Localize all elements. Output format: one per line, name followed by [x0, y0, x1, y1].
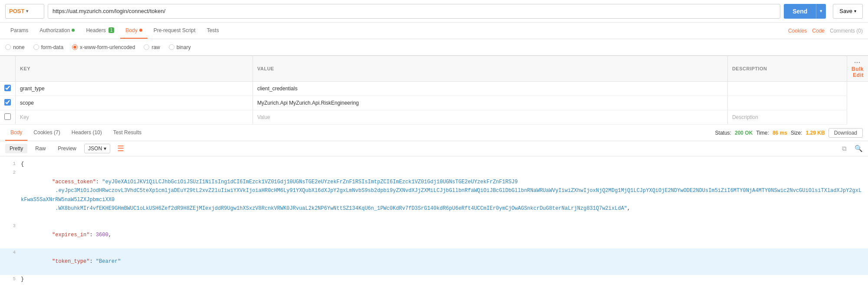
row1-checkbox[interactable] [4, 85, 11, 91]
row3-key-placeholder[interactable]: Key [16, 110, 253, 125]
row1-key[interactable]: grant_type [16, 82, 253, 96]
radio-x-www [72, 44, 78, 50]
format-label: JSON [88, 146, 102, 152]
row3-checkbox[interactable] [4, 113, 11, 120]
resp-tab-test-results[interactable]: Test Results [108, 125, 147, 141]
send-button[interactable]: Send [784, 4, 816, 19]
code-toolbar: Pretty Raw Preview JSON ▾ ☰ ⧉ 🔍 [0, 141, 868, 156]
method-select[interactable]: POST ▾ [5, 4, 44, 19]
tab-headers[interactable]: Headers 1 [81, 23, 119, 39]
dots-icon[interactable]: ··· [854, 59, 861, 66]
copy-icon[interactable]: ⧉ [842, 145, 847, 152]
tab-tests[interactable]: Tests [201, 23, 224, 39]
option-form-data[interactable]: form-data [33, 44, 63, 50]
line-num-4: 4 [3, 248, 16, 275]
response-tabs-left: Body Cookies (7) Headers (10) Test Resul… [5, 125, 147, 141]
resp-tab-headers[interactable]: Headers (10) [66, 125, 107, 141]
tab-body-label: Body [125, 27, 137, 33]
row2-key[interactable]: scope [16, 96, 253, 110]
line-num-1: 1 [3, 160, 16, 169]
option-raw[interactable]: raw [144, 44, 160, 50]
option-binary[interactable]: binary [169, 44, 191, 50]
row2-checkbox[interactable] [4, 99, 11, 106]
option-binary-label: binary [177, 44, 191, 50]
method-label: POST [9, 8, 24, 14]
url-input[interactable] [48, 4, 780, 19]
option-none[interactable]: none [5, 44, 25, 50]
save-button[interactable]: Save ▾ [833, 4, 863, 19]
row2-description[interactable] [727, 96, 847, 110]
option-form-data-label: form-data [41, 44, 63, 50]
code-tab-raw[interactable]: Raw [31, 144, 50, 153]
resp-tab-cookies-label: Cookies (7) [33, 129, 60, 136]
wrap-icon[interactable]: ☰ [117, 144, 124, 153]
body-options: none form-data x-www-form-urlencoded raw… [0, 39, 868, 56]
tab-authorization-label: Authorization [39, 27, 70, 33]
search-icon[interactable]: 🔍 [855, 145, 863, 152]
body-dot [139, 29, 142, 32]
size-label: Size: [791, 130, 802, 136]
save-chevron: ▾ [854, 9, 856, 13]
comments-link[interactable]: Comments (0) [830, 28, 863, 34]
send-btn-group: Send ▾ [784, 4, 826, 19]
cookies-link[interactable]: Cookies [788, 28, 807, 34]
json-line-3: 3 "expires_in": 3600, [0, 222, 868, 248]
tab-params[interactable]: Params [5, 23, 33, 39]
table-row: grant_type client_credentials [0, 82, 868, 96]
code-tab-preview[interactable]: Preview [53, 144, 81, 153]
tab-headers-label: Headers [86, 27, 105, 33]
row2-value[interactable]: MyZurich.Api MyZurich.Api.RiskEngineerin… [253, 96, 727, 110]
json-line-4: 4 "token_type": "Bearer" [0, 248, 868, 275]
response-meta: Status: 200 OK Time: 86 ms Size: 1.29 KB… [715, 128, 863, 138]
size-value: 1.29 KB [806, 130, 825, 136]
tab-body[interactable]: Body [120, 23, 147, 39]
code-link[interactable]: Code [812, 28, 825, 34]
tab-prerequest[interactable]: Pre-request Script [148, 23, 201, 39]
request-tabs-left: Params Authorization Headers 1 Body Pre-… [5, 23, 224, 39]
resp-tab-body[interactable]: Body [5, 125, 27, 141]
col-value: VALUE [253, 56, 727, 82]
send-dropdown-button[interactable]: ▾ [816, 4, 826, 19]
download-button[interactable]: Download [829, 128, 863, 138]
radio-none [5, 44, 11, 50]
json-line-1: 1 { [0, 160, 868, 169]
line-num-3: 3 [3, 222, 16, 248]
save-label: Save [839, 8, 852, 14]
row3-description-placeholder[interactable]: Description [727, 110, 847, 125]
resp-tab-cookies[interactable]: Cookies (7) [28, 125, 65, 141]
option-x-www[interactable]: x-www-form-urlencoded [72, 44, 135, 50]
option-raw-label: raw [151, 44, 160, 50]
bulk-edit-button[interactable]: Bulk Edit [852, 66, 864, 78]
radio-form-data [33, 44, 39, 50]
json-viewer: 1 { 2 "access_token": "eyJ0eXAiOiJKV1QiL… [0, 156, 868, 287]
time-label: Time: [756, 130, 769, 136]
json-line-5: 5 } [0, 275, 868, 284]
table-row: scope MyZurich.Api MyZurich.Api.RiskEngi… [0, 96, 868, 110]
option-x-www-label: x-www-form-urlencoded [80, 44, 135, 50]
code-tab-pretty[interactable]: Pretty [5, 144, 27, 153]
time-value: 86 ms [773, 130, 787, 136]
kv-table: KEY VALUE DESCRIPTION ··· Bulk Edit gran… [0, 56, 868, 125]
tab-params-label: Params [10, 27, 28, 33]
format-select[interactable]: JSON ▾ [84, 144, 110, 153]
line-content-4: "token_type": "Bearer" [21, 248, 865, 275]
line-content-3: "expires_in": 3600, [21, 222, 865, 248]
col-description: DESCRIPTION [727, 56, 847, 82]
resp-tab-test-results-label: Test Results [113, 129, 141, 136]
resp-tab-body-label: Body [10, 129, 22, 136]
line-content-5: } [21, 275, 865, 284]
line-num-5: 5 [3, 275, 16, 284]
row1-value[interactable]: client_credentials [253, 82, 727, 96]
json-line-2: 2 "access_token": "eyJ0eXAiOiJKV1QiLCJhb… [0, 169, 868, 222]
radio-binary [169, 44, 174, 50]
line-content-2: "access_token": "eyJ0eXAiOiJKV1QiLCJhbGc… [21, 169, 865, 222]
col-key: KEY [16, 56, 253, 82]
line-num-2: 2 [3, 169, 16, 222]
request-tabs-right: Cookies Code Comments (0) [788, 28, 863, 34]
tab-authorization[interactable]: Authorization [34, 23, 80, 39]
option-none-label: none [13, 44, 25, 50]
row1-description[interactable] [727, 82, 847, 96]
radio-raw [144, 44, 149, 50]
resp-tab-headers-label: Headers (10) [72, 129, 102, 136]
row3-value-placeholder[interactable]: Value [253, 110, 727, 125]
